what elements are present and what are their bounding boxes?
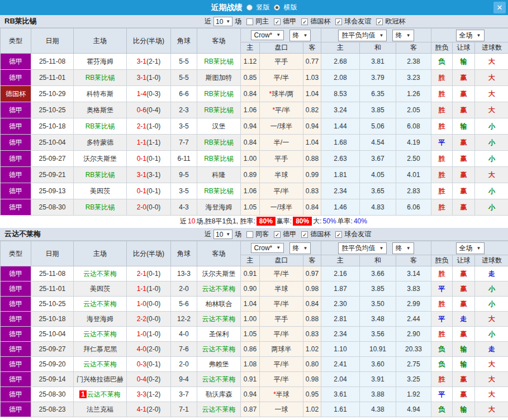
same-venue-checkbox[interactable] xyxy=(246,231,253,238)
home-team-name: 云达不莱梅 xyxy=(83,270,117,278)
halftime-score: (2-0) xyxy=(146,345,160,353)
col-corner: 角球 xyxy=(171,241,197,266)
rate-badge: 80% xyxy=(257,217,276,226)
fulltime-score: 1-1 xyxy=(137,285,146,293)
match-count-select[interactable]: 10▼ xyxy=(213,230,232,239)
result-winloss: 胜 xyxy=(431,199,453,216)
league-badge: 德甲 xyxy=(1,167,31,183)
section-header: 云达不莱梅 近10▼场同客✓德甲✓德国杯✓球会友谊 xyxy=(0,228,508,241)
chevron-down-icon: ▼ xyxy=(303,246,308,251)
result-winloss: 平 xyxy=(431,135,453,151)
score: 1-0(0-0) xyxy=(127,297,171,312)
record-summary: 近10场,胜8平1负1, 胜率:80%赢率:80%大:50%单率:40% xyxy=(0,216,508,228)
home-team-name: 拜仁慕尼黑 xyxy=(83,345,117,353)
away-team-name: RB莱比锡 xyxy=(204,106,234,114)
away-team-name: 弗赖堡 xyxy=(209,360,229,368)
league-filter-checkbox[interactable]: ✓ xyxy=(335,18,342,25)
halftime-score: (0-1) xyxy=(146,187,160,195)
league-filter-checkbox[interactable]: ✓ xyxy=(301,18,308,25)
odds-home: 1.04 xyxy=(241,297,260,312)
result-goals: 小 xyxy=(475,151,508,167)
fulltime-score: 3-3 xyxy=(137,390,146,398)
odds-away: 1.02 xyxy=(303,342,321,357)
scope-dropdown[interactable]: 全场▼ xyxy=(456,30,485,41)
home-team-name: 霍芬海姆 xyxy=(87,58,113,65)
halftime-score: (0-1) xyxy=(146,270,160,278)
subcol-goals: 进球数 xyxy=(475,255,508,266)
handicap-text: 平/半 xyxy=(275,106,290,114)
score: 3-3(1-2) xyxy=(127,387,171,402)
fulltime-score: 1-0 xyxy=(137,330,146,338)
odds-time-dropdown[interactable]: 终▼ xyxy=(289,30,311,41)
avg-win: 2.34 xyxy=(321,327,360,342)
avg-draw: 3.81 xyxy=(360,54,396,70)
halftime-score: (1-2) xyxy=(146,390,160,398)
odds-time-dropdown[interactable]: 终▼ xyxy=(289,242,311,254)
result-handicap: 输 xyxy=(453,357,475,372)
avg-draw: 3.66 xyxy=(360,266,396,281)
league-filter-checkbox[interactable]: ✓ xyxy=(274,18,281,25)
avg-dropdown[interactable]: 胜平负均值▼ xyxy=(338,242,387,254)
home-team: RB莱比锡 xyxy=(74,118,127,135)
league-filter-checkbox[interactable]: ✓ xyxy=(376,18,383,25)
avg-time-dropdown[interactable]: 终▼ xyxy=(392,242,414,254)
odds-away: 1.02 xyxy=(303,402,321,417)
result-goals: 大 xyxy=(475,167,508,183)
league-badge: 德甲 xyxy=(1,312,31,327)
bookmaker-dropdown[interactable]: Crow*▼ xyxy=(251,30,284,40)
away-team: 云达不莱梅 xyxy=(197,402,241,417)
home-team-name: 云达不莱梅 xyxy=(83,300,117,308)
result-handicap: 赢 xyxy=(453,151,475,167)
league-badge: 德甲 xyxy=(1,387,31,402)
odds-away: 0.83 xyxy=(303,327,321,342)
avg-win: 2.04 xyxy=(321,372,360,387)
match-row: 德甲25-09-13美因茨0-1(0-1)3-5RB莱比锡1.06平/半0.83… xyxy=(1,183,508,199)
handicap-line: *半球 xyxy=(260,387,303,402)
away-team: 柏林联合 xyxy=(197,297,241,312)
result-goals: 大 xyxy=(475,70,508,86)
league-filter-checkbox[interactable]: ✓ xyxy=(335,231,342,238)
scope-group-header: 全场▼ xyxy=(431,28,508,42)
match-count-select[interactable]: 10▼ xyxy=(213,17,232,26)
close-icon[interactable]: ✕ xyxy=(493,2,506,13)
handicap-line: *平/半 xyxy=(260,102,303,118)
away-team: 云达不莱梅 xyxy=(197,372,241,387)
odds-home: 0.94 xyxy=(241,118,260,135)
avg-win: 2.08 xyxy=(321,70,360,86)
avg-dropdown[interactable]: 胜平负均值▼ xyxy=(338,30,387,41)
avg-time-dropdown[interactable]: 终▼ xyxy=(392,30,414,41)
league-filter-checkbox[interactable]: ✓ xyxy=(274,231,281,238)
corner-count: 3-7 xyxy=(171,387,197,402)
fulltime-score: 3-1 xyxy=(137,171,146,179)
vertical-layout-label: 竖版 xyxy=(257,3,270,12)
fulltime-score: 0-3 xyxy=(137,360,146,368)
summary-text: 40% xyxy=(354,217,367,225)
league-badge: 德甲 xyxy=(1,372,31,387)
avg-lose: 2.38 xyxy=(396,54,431,70)
result-goals: 大 xyxy=(475,102,508,118)
league-badge: 德甲 xyxy=(1,402,31,417)
horizontal-layout-radio[interactable] xyxy=(274,4,280,11)
odds-away: 1.04 xyxy=(303,135,321,151)
scope-dropdown[interactable]: 全场▼ xyxy=(456,242,485,254)
score: 2-2(0-0) xyxy=(127,312,171,327)
subcol-handicap-result: 让球 xyxy=(453,255,475,266)
avg-win: 1.44 xyxy=(321,118,360,135)
bookmaker-dropdown[interactable]: Crow*▼ xyxy=(251,243,284,253)
result-handicap: 赢 xyxy=(453,102,475,118)
match-date: 25-10-18 xyxy=(31,118,74,135)
subcol-avg-lose: 客 xyxy=(396,42,431,54)
halftime-score: (0-3) xyxy=(146,90,160,98)
halftime-score: (1-1) xyxy=(146,139,160,146)
league-filter-checkbox[interactable]: ✓ xyxy=(301,231,308,238)
subcol-winloss: 胜负 xyxy=(431,255,453,266)
col-score: 比分(半场) xyxy=(127,241,171,266)
home-team-name: 多特蒙德 xyxy=(87,139,113,146)
score: 2-1(0-1) xyxy=(127,266,171,281)
chevron-down-icon: ▼ xyxy=(477,33,481,38)
halftime-score: (0-4) xyxy=(146,106,160,114)
halftime-score: (0-0) xyxy=(146,315,160,323)
same-venue-checkbox[interactable] xyxy=(246,18,253,25)
corner-count: 5-6 xyxy=(171,297,197,312)
vertical-layout-radio[interactable] xyxy=(246,4,253,11)
